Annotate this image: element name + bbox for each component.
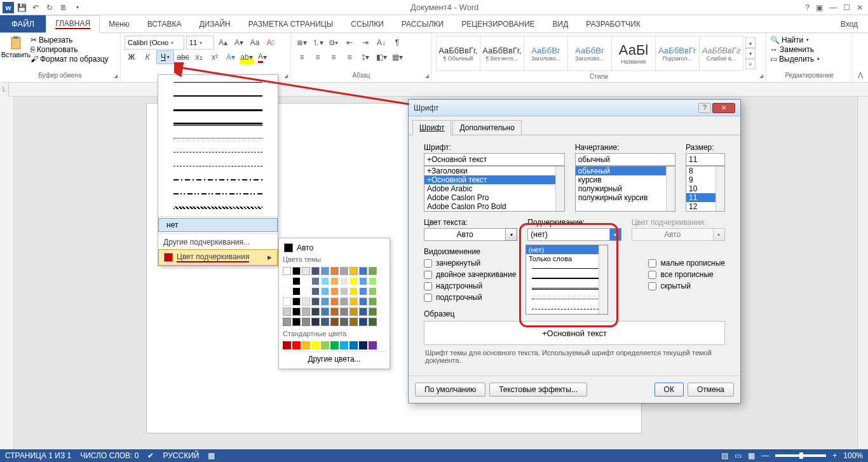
cut-button[interactable]: ✂Вырезать bbox=[31, 36, 109, 44]
style-item[interactable]: АаБбВгЗаголово... bbox=[567, 36, 612, 71]
grow-font-icon[interactable]: A▴ bbox=[216, 36, 230, 50]
color-swatch[interactable] bbox=[302, 287, 310, 296]
color-swatch[interactable] bbox=[283, 297, 291, 306]
color-swatch[interactable] bbox=[349, 277, 358, 285]
list-item[interactable]: Adobe Caslon Pro Bold bbox=[424, 202, 564, 211]
tab-insert[interactable]: ВСТАВКА bbox=[139, 15, 191, 32]
color-swatch[interactable] bbox=[359, 341, 367, 350]
effect-checkbox[interactable]: подстрочный bbox=[424, 292, 516, 303]
effect-checkbox[interactable]: все прописные bbox=[648, 269, 725, 280]
style-gallery[interactable]: АаБбВвГг,¶ ОбычныйАаБбВвГг,¶ Без инте...… bbox=[435, 34, 744, 72]
ul-option-dotted[interactable] bbox=[526, 294, 607, 304]
color-swatch[interactable] bbox=[283, 267, 291, 275]
change-case-icon[interactable]: Aa bbox=[248, 36, 262, 50]
dialog-close-icon[interactable]: ✕ bbox=[712, 103, 735, 113]
macro-icon[interactable]: ▦ bbox=[208, 451, 215, 460]
color-swatch[interactable] bbox=[283, 277, 291, 285]
color-swatch[interactable] bbox=[321, 287, 329, 296]
zoom-slider[interactable] bbox=[775, 454, 826, 457]
number-list-icon[interactable]: ⒈▾ bbox=[311, 36, 325, 50]
color-swatch[interactable] bbox=[330, 287, 339, 296]
underline-style-single[interactable] bbox=[158, 75, 278, 89]
color-swatch[interactable] bbox=[349, 287, 358, 296]
color-swatch[interactable] bbox=[330, 308, 339, 316]
effect-checkbox[interactable]: малые прописные bbox=[648, 257, 725, 269]
font-name-input[interactable] bbox=[424, 153, 565, 166]
tab-menu[interactable]: Меню bbox=[100, 15, 138, 32]
undo-icon[interactable]: ↶ bbox=[29, 1, 42, 14]
status-lang[interactable]: РУССКИЙ bbox=[163, 451, 199, 460]
color-swatch[interactable] bbox=[311, 277, 320, 285]
color-swatch[interactable] bbox=[311, 308, 320, 316]
color-swatch[interactable] bbox=[340, 308, 348, 316]
color-swatch[interactable] bbox=[340, 267, 348, 275]
clipboard-launcher-icon[interactable]: ◢ bbox=[112, 73, 119, 81]
style-item[interactable]: АаБlНазвание bbox=[611, 36, 656, 71]
increase-indent-icon[interactable]: ⇥ bbox=[358, 36, 372, 50]
format-painter-button[interactable]: 🖌Формат по образцу bbox=[31, 55, 109, 64]
underline-more[interactable]: Другие подчеркивания... bbox=[158, 235, 278, 249]
ul-option-double[interactable] bbox=[526, 283, 607, 294]
line-spacing-icon[interactable]: ‡▾ bbox=[358, 50, 372, 64]
bold-button[interactable]: Ж bbox=[125, 50, 139, 64]
color-swatch[interactable] bbox=[302, 308, 310, 316]
color-swatch[interactable] bbox=[369, 308, 377, 316]
color-swatch[interactable] bbox=[292, 308, 301, 316]
underline-options-list[interactable]: (нет) Только слова bbox=[526, 245, 608, 315]
vertical-scrollbar[interactable] bbox=[857, 97, 868, 449]
font-color-icon[interactable]: A▾ bbox=[255, 50, 269, 64]
login-link[interactable]: Вход bbox=[841, 15, 868, 32]
color-swatch[interactable] bbox=[359, 297, 367, 306]
color-swatch[interactable] bbox=[340, 341, 348, 350]
tab-design[interactable]: ДИЗАЙН bbox=[190, 15, 239, 32]
list-item[interactable]: Adobe Arabic bbox=[424, 184, 564, 193]
color-swatch[interactable] bbox=[359, 277, 367, 285]
highlight-icon[interactable]: ab▾ bbox=[240, 50, 254, 64]
scrollbar[interactable] bbox=[599, 245, 607, 314]
list-item[interactable]: Adobe Caslon Pro bbox=[424, 193, 564, 202]
color-swatch[interactable] bbox=[369, 267, 377, 275]
color-swatch[interactable] bbox=[349, 308, 358, 316]
color-swatch[interactable] bbox=[321, 267, 329, 275]
ul-option-words[interactable]: Только слова bbox=[526, 254, 607, 263]
show-marks-icon[interactable]: ¶ bbox=[390, 36, 404, 50]
color-swatch[interactable] bbox=[283, 287, 291, 296]
dialog-tab-advanced[interactable]: Дополнительно bbox=[452, 120, 521, 135]
color-swatch[interactable] bbox=[330, 267, 339, 275]
color-swatch[interactable] bbox=[321, 318, 329, 326]
underline-style-longdash[interactable] bbox=[158, 159, 278, 173]
color-swatch[interactable] bbox=[359, 308, 367, 316]
style-item[interactable]: АаБбВвГгСлабое в... bbox=[699, 36, 743, 71]
underline-color-submenu[interactable]: Цвет подчеркивания ▶ bbox=[158, 249, 278, 266]
dialog-titlebar[interactable]: Шрифт ? ✕ bbox=[409, 100, 740, 116]
ok-button[interactable]: ОК bbox=[654, 383, 684, 397]
color-swatch[interactable] bbox=[321, 308, 329, 316]
color-swatch[interactable] bbox=[359, 318, 367, 326]
text-effects-icon[interactable]: A▾ bbox=[224, 50, 238, 64]
list-item[interactable]: +Заголовки bbox=[424, 166, 564, 175]
view-print-icon[interactable]: ▤ bbox=[721, 451, 728, 460]
tab-view[interactable]: ВИД bbox=[544, 15, 578, 32]
color-swatch[interactable] bbox=[302, 341, 310, 350]
status-page[interactable]: СТРАНИЦА 1 ИЗ 1 bbox=[5, 451, 71, 460]
color-swatch[interactable] bbox=[311, 267, 320, 275]
color-swatch[interactable] bbox=[340, 318, 348, 326]
dialog-help-icon[interactable]: ? bbox=[698, 103, 711, 113]
paste-button[interactable]: Вставить bbox=[3, 34, 29, 71]
tab-home[interactable]: ГЛАВНАЯ bbox=[46, 15, 100, 33]
color-swatch[interactable] bbox=[321, 277, 329, 285]
color-swatch[interactable] bbox=[302, 297, 310, 306]
collapse-ribbon-icon[interactable]: ᐱ bbox=[853, 33, 868, 82]
new-doc-icon[interactable]: 🗎 bbox=[57, 1, 70, 14]
color-swatch[interactable] bbox=[349, 267, 358, 275]
tab-references[interactable]: ССЫЛКИ bbox=[342, 15, 392, 32]
font-launcher-icon[interactable]: ◢ bbox=[282, 73, 290, 81]
default-button[interactable]: По умолчанию bbox=[415, 383, 485, 397]
underline-style-dashed[interactable] bbox=[158, 145, 278, 159]
color-swatch[interactable] bbox=[340, 297, 348, 306]
color-swatch[interactable] bbox=[369, 277, 377, 285]
style-item[interactable]: АаБбВвГгПодзагол... bbox=[655, 36, 700, 71]
color-swatch[interactable] bbox=[302, 277, 310, 285]
ul-option-single[interactable] bbox=[526, 263, 607, 273]
font-name-combo[interactable]: Calibri (Осно bbox=[125, 36, 184, 50]
